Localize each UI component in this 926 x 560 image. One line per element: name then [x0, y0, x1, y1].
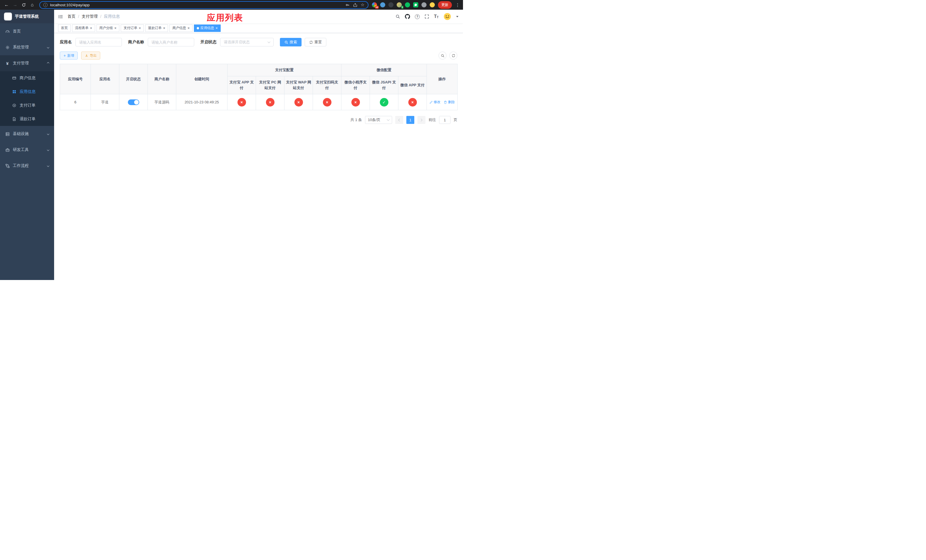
reload-icon[interactable] [20, 1, 27, 9]
extension-icon-3[interactable] [388, 2, 393, 8]
browser-profile-avatar[interactable] [430, 2, 435, 8]
home-icon[interactable]: ⌂ [29, 1, 36, 9]
cell-alipay-qr: × [313, 94, 341, 110]
col-merchant: 商户名称 [148, 64, 176, 94]
sidebar-item-label: 商户信息 [20, 76, 36, 80]
extension-badge: 1 [401, 6, 404, 9]
user-avatar[interactable] [443, 12, 451, 21]
app-table: 应用编号 应用名 开启状态 商户名称 创建时间 支付宝配置 微信配置 操作 支付… [60, 64, 458, 110]
fullscreen-icon[interactable] [425, 14, 429, 19]
tab-process-form[interactable]: 流程表单 × [72, 24, 95, 32]
font-size-icon[interactable]: TT [434, 14, 439, 19]
tab-user-group[interactable]: 用户分组 × [97, 24, 120, 32]
tab-close-icon[interactable]: × [163, 26, 165, 30]
goto-page-input[interactable] [439, 116, 451, 124]
back-icon[interactable]: ← [3, 1, 10, 9]
sidebar-item-label: 基础设施 [13, 131, 29, 136]
refresh-table-button[interactable] [449, 51, 457, 59]
tab-close-icon[interactable]: × [139, 26, 141, 30]
status-select[interactable]: 请选择开启状态 [220, 38, 274, 47]
add-button[interactable]: + 新增 [60, 51, 78, 59]
extension-icon-5[interactable] [405, 2, 410, 8]
sidebar-item-workflow[interactable]: 工作流程 [0, 158, 54, 174]
sidebar-item-refund-orders[interactable]: 退款订单 [0, 112, 54, 126]
enabled-toggle[interactable] [128, 100, 139, 105]
extensions-puzzle-icon[interactable] [421, 2, 427, 8]
add-button-label: 新增 [67, 53, 74, 58]
github-icon[interactable] [405, 14, 410, 19]
extension-icon-4[interactable]: 1 [396, 2, 402, 8]
grid-icon [12, 89, 17, 94]
sidebar-item-pay-orders[interactable]: 支付订单 [0, 98, 54, 112]
forward-icon[interactable]: → [11, 1, 19, 9]
url-text[interactable]: localhost:1024/pay/app [50, 3, 343, 7]
tab-pay-orders[interactable]: 支付订单 × [121, 24, 144, 32]
sidebar-item-merchant-info[interactable]: 商户信息 [0, 71, 54, 85]
page-1-button[interactable]: 1 [406, 116, 414, 124]
tab-merchant-info[interactable]: 商户信息 × [169, 24, 192, 32]
tab-label: 应用信息 [200, 26, 214, 30]
chevron-down-icon [47, 149, 49, 151]
tab-refund-orders[interactable]: 退款订单 × [145, 24, 168, 32]
delete-link[interactable]: 删除 [443, 100, 455, 104]
tab-home[interactable]: 首页 [58, 24, 71, 32]
chevron-left-icon [398, 118, 401, 121]
chevron-down-icon [387, 118, 390, 121]
sidebar-item-label: 应用信息 [20, 89, 36, 94]
tab-close-icon[interactable]: × [216, 26, 218, 30]
sidebar-item-system[interactable]: 系统管理 [0, 39, 54, 55]
main-content: 应用名 商户名称 开启状态 请选择开启状态 搜索 重置 + 新增 [54, 33, 463, 280]
tab-close-icon[interactable]: × [90, 26, 92, 30]
bookmark-star-icon[interactable]: ☆ [361, 2, 365, 8]
document-icon [12, 117, 17, 121]
update-button[interactable]: 更新 [438, 1, 452, 9]
tab-app-info[interactable]: 应用信息 × [194, 24, 221, 32]
tab-close-icon[interactable]: × [115, 26, 117, 30]
search-button[interactable]: 搜索 [280, 38, 301, 47]
app-logo-bar[interactable]: 芋道管理系统 [0, 10, 54, 23]
tab-label: 支付订单 [124, 26, 137, 30]
sidebar-item-infrastructure[interactable]: 基础设施 [0, 126, 54, 142]
user-menu-caret-icon[interactable] [456, 16, 458, 17]
extension-icon-2[interactable] [380, 2, 385, 8]
yen-icon: ¥ [5, 61, 10, 65]
col-wx-jsapi: 微信 JSAPI 支付 [370, 76, 398, 94]
password-key-icon[interactable] [345, 3, 350, 7]
cell-actions: 修改 删除 [427, 94, 458, 110]
breadcrumb-home[interactable]: 首页 [68, 14, 76, 19]
tab-label: 首页 [61, 26, 68, 30]
extension-icon-1[interactable]: 10 [372, 2, 377, 8]
toggle-search-button[interactable] [439, 51, 446, 59]
extension-icon-6[interactable] [413, 2, 418, 8]
table-header-row-1: 应用编号 应用名 开启状态 商户名称 创建时间 支付宝配置 微信配置 操作 [60, 64, 458, 76]
site-info-icon[interactable]: i [43, 3, 48, 7]
tab-close-icon[interactable]: × [188, 26, 190, 30]
omnibox-actions: ☆ [345, 2, 365, 8]
search-icon[interactable] [395, 14, 400, 19]
edit-link[interactable]: 修改 [430, 100, 440, 104]
sidebar-item-app-info[interactable]: 应用信息 [0, 85, 54, 98]
page-size-value: 10条/页 [368, 117, 380, 123]
col-app-id: 应用编号 [60, 64, 91, 94]
app-name-input[interactable] [76, 38, 122, 47]
breadcrumb-payment[interactable]: 支付管理 [82, 14, 98, 19]
share-icon[interactable] [353, 3, 357, 7]
browser-menu-icon[interactable]: ⋮ [455, 1, 460, 9]
chevron-down-icon [47, 165, 49, 167]
export-button[interactable]: 导出 [81, 51, 100, 59]
sidebar-toggle-icon[interactable] [54, 10, 68, 23]
sidebar-item-payment[interactable]: ¥ 支付管理 [0, 55, 54, 71]
reset-button[interactable]: 重置 [305, 38, 326, 47]
sidebar-item-home[interactable]: 首页 [0, 23, 54, 39]
help-icon[interactable]: ? [415, 14, 420, 19]
next-page-button[interactable] [418, 116, 425, 124]
export-button-label: 导出 [90, 53, 97, 58]
merchant-name-input[interactable] [148, 38, 194, 47]
page-size-select[interactable]: 10条/页 [365, 116, 392, 124]
navbar-actions: ? TT [395, 12, 463, 21]
sidebar-item-dev-tools[interactable]: 研发工具 [0, 142, 54, 158]
cell-alipay-wap: × [284, 94, 313, 110]
prev-page-button[interactable] [395, 116, 403, 124]
status-select-placeholder: 请选择开启状态 [224, 39, 250, 45]
url-bar[interactable]: i localhost:1024/pay/app ☆ [39, 1, 368, 9]
